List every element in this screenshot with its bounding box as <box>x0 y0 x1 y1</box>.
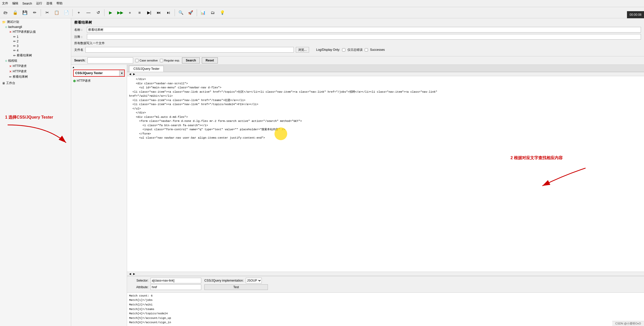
result-tree-section: 察看结果树 名称： 注释： 所有数据写入一个文件 文件名 浏览... Log/D… <box>71 18 644 56</box>
menu-search[interactable]: Search <box>22 2 32 5</box>
toolbar-sep3 <box>104 9 104 16</box>
x-icon-3: ✕ <box>9 70 12 73</box>
log-error-label: 仅日志错误 <box>347 48 363 52</box>
attribute-row: Attribute: Test <box>130 284 641 290</box>
note-label: 注释： <box>74 35 87 39</box>
status-top-right: 00:00:08 <box>627 11 644 18</box>
tree-item-result-tree-2[interactable]: ✏ 察看结果树 <box>0 74 71 79</box>
target-icon: ⊙ <box>5 26 7 28</box>
file-input[interactable] <box>85 47 294 53</box>
tester-dropdown[interactable]: CSS/JQuery Tester ▼ <box>73 70 125 77</box>
attribute-input[interactable] <box>150 284 201 290</box>
tab-css-jquery[interactable]: CSS/JQuery Tester <box>129 66 164 72</box>
toolbar-paste[interactable]: 📄 <box>62 8 71 17</box>
toolbar-sep1 <box>41 9 41 16</box>
scroll-left-btn-2[interactable]: ◀ <box>128 272 132 275</box>
toolbar-sep5 <box>197 9 197 16</box>
toolbar-chart[interactable]: 📊 <box>198 8 208 17</box>
section-title: 察看结果树 <box>74 20 641 25</box>
target-icon-2: ⊙ <box>5 59 7 62</box>
note-row: 注释： <box>74 34 641 40</box>
menu-options[interactable]: 选项 <box>46 1 52 6</box>
tree-item-4[interactable]: ✏ 4 <box>0 48 71 53</box>
menu-run[interactable]: 运行 <box>36 1 42 6</box>
scroll-up-btn[interactable]: ▲ <box>72 66 75 69</box>
scroll-left-btn[interactable]: ◀ <box>128 73 132 75</box>
search-input[interactable] <box>87 57 133 63</box>
pencil-icon-3: ✏ <box>13 44 16 48</box>
success-label: Successes <box>370 48 385 52</box>
test-button[interactable]: Test <box>204 284 268 290</box>
tree-item-http-default[interactable]: ✕ HTTP请求默认值 <box>0 29 71 35</box>
selector-input[interactable] <box>150 278 201 283</box>
toolbar-pause[interactable]: ⏯ <box>164 8 173 17</box>
name-label: 名称： <box>74 28 87 32</box>
tree-item-plan[interactable]: 📁 测试计划 <box>0 19 71 25</box>
tab-area: CSS/JQuery Tester <box>127 65 644 72</box>
tree-item-3[interactable]: ✏ 3 <box>0 44 71 48</box>
scroll-right-btn-2[interactable]: ▶ <box>132 272 136 275</box>
success-check[interactable] <box>365 48 368 52</box>
toolbar-new[interactable]: 🗁 <box>1 8 10 17</box>
toolbar-sep4 <box>175 9 175 16</box>
toolbar-files[interactable]: 🗂 <box>208 8 217 17</box>
x-icon-2: ✕ <box>9 64 12 68</box>
toolbar-open[interactable]: 🔒 <box>11 8 20 17</box>
left-panel: 📁 测试计划 ⊙ laohuangli ✕ HTTP请求默认值 ✏ 1 ✏ 2 … <box>0 18 71 326</box>
menu-bar: 文件 编辑 Search 运行 选项 帮助 <box>0 0 644 7</box>
note-input[interactable] <box>87 34 641 40</box>
log-display-label: Log/Display Only: <box>316 48 340 52</box>
impl-select[interactable]: JSOUP jQuery <box>246 278 262 283</box>
menu-edit[interactable]: 编辑 <box>12 1 18 6</box>
log-error-check[interactable] <box>342 48 345 52</box>
toolbar-save2[interactable]: ✏ <box>30 8 39 17</box>
file-label: 文件名 <box>74 48 83 52</box>
toolbar-record[interactable]: ● <box>125 8 134 17</box>
toolbar-skip[interactable]: ⏭ <box>154 8 163 17</box>
case-sensitive-check[interactable] <box>135 59 139 62</box>
search-button[interactable]: Search <box>182 57 200 63</box>
regex-label: Regular exp. <box>160 59 180 62</box>
x-icon: ✕ <box>9 30 12 34</box>
attribute-label: Attribute: <box>130 285 150 289</box>
impl-label: CSS/JQuery implementation: <box>204 279 246 282</box>
tree-item-result-tree-1[interactable]: ✏ 察看结果树 <box>0 53 71 58</box>
toolbar-save[interactable]: 💾 <box>20 8 29 17</box>
tester-tree-http[interactable]: HTTP请求 <box>72 78 126 84</box>
toolbar-collapse[interactable]: — <box>84 8 93 17</box>
tree-item-http-req-2[interactable]: ✕ HTTP请求 <box>0 69 71 74</box>
tree-item-http-req-1[interactable]: ✕ HTTP请求 <box>0 63 71 69</box>
tree-item-2[interactable]: ✏ 2 <box>0 39 71 44</box>
pencil-icon-5: ✏ <box>13 54 16 57</box>
toolbar-stop[interactable]: ■ <box>135 8 144 17</box>
toolbar-cut[interactable]: ✂ <box>42 8 52 17</box>
toolbar-help[interactable]: 💡 <box>218 8 227 17</box>
toolbar-play-all[interactable]: ▶▶ <box>116 8 125 17</box>
tree-item-workbench[interactable]: 🖥 工作台 <box>0 80 71 86</box>
tree-item-laohuangli[interactable]: ⊙ laohuangli <box>0 25 71 29</box>
toolbar-step[interactable]: ▶| <box>145 8 154 17</box>
regex-check[interactable] <box>160 59 163 62</box>
selector-row: Selector: CSS/JQuery implementation: JSO… <box>130 278 641 283</box>
bottom-status: CSDN @小透明OvO <box>612 321 644 326</box>
toolbar-expand[interactable]: + <box>74 8 83 17</box>
scroll-right-btn[interactable]: ▶ <box>132 73 136 75</box>
file-row: 文件名 浏览... Log/Display Only: 仅日志错误 Succes… <box>74 47 641 53</box>
browse-button[interactable]: 浏览... <box>296 47 309 53</box>
right-panel: 察看结果树 名称： 注释： 所有数据写入一个文件 文件名 浏览... Log/D… <box>71 18 644 326</box>
menu-help[interactable]: 帮助 <box>56 1 63 6</box>
tree-item-thread-group[interactable]: ⊙ 线程组 <box>0 58 71 63</box>
folder-icon: 📁 <box>2 20 6 24</box>
selector-label: Selector: <box>130 279 150 282</box>
toolbar-play[interactable]: ▶ <box>106 8 115 17</box>
reset-button[interactable]: Reset <box>202 57 218 63</box>
tree-item-1[interactable]: ✏ 1 <box>0 35 71 39</box>
toolbar-copy[interactable]: 📋 <box>52 8 61 17</box>
toolbar-run2[interactable]: 🚀 <box>186 8 195 17</box>
dropdown-label: CSS/JQuery Tester <box>74 71 119 75</box>
toolbar-reset[interactable]: ↺ <box>94 8 103 17</box>
menu-file[interactable]: 文件 <box>2 1 8 6</box>
dropdown-arrow-icon[interactable]: ▼ <box>119 70 124 76</box>
toolbar-search2[interactable]: 🔍 <box>176 8 186 17</box>
name-input[interactable] <box>87 27 641 32</box>
